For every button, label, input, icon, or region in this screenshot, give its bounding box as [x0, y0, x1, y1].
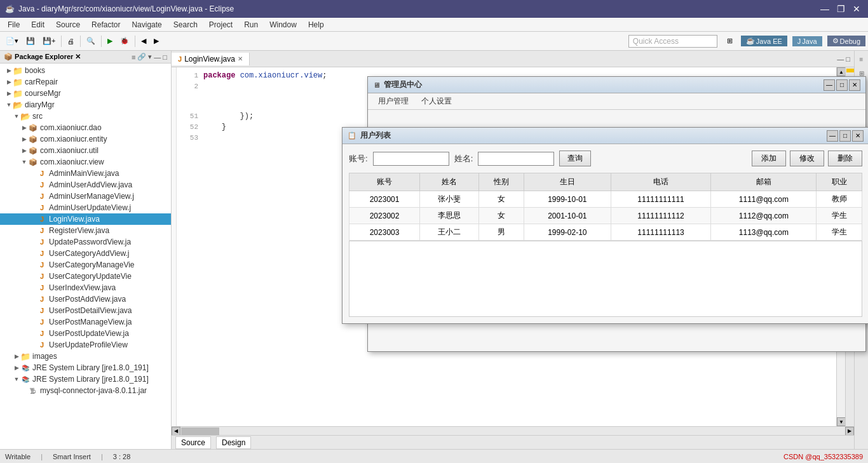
java-perspective[interactable]: J Java — [792, 36, 822, 46]
open-perspective-btn[interactable]: ⊞ — [724, 35, 736, 47]
menu-edit[interactable]: Edit — [26, 19, 50, 30]
account-search-input[interactable] — [373, 152, 449, 166]
toolbar-back-btn[interactable]: ◀ — [138, 35, 149, 47]
editor-hscrollbar[interactable]: ◀ ▶ — [172, 426, 854, 435]
tree-item-images[interactable]: ▶ 📁 images — [0, 351, 171, 362]
tree-item-userpostaddview[interactable]: J UserPostAddView.java — [0, 293, 171, 305]
tree-item-coursemgr[interactable]: ▶ 📁 courseMgr — [0, 88, 171, 99]
tree-item-usercategorymanageview[interactable]: J UserCategoryManageVie — [0, 259, 171, 271]
toolbar-debug-btn[interactable]: 🐞 — [117, 35, 132, 47]
menu-help[interactable]: Help — [303, 19, 329, 30]
toolbar-run-btn[interactable]: ▶ — [104, 35, 116, 47]
userlist-maximize-btn[interactable]: □ — [839, 130, 851, 142]
menu-window[interactable]: Window — [264, 19, 302, 30]
tree-item-registerview[interactable]: J RegisterView.java — [0, 225, 171, 236]
tree-item-usercategoryupdateview[interactable]: J UserCategoryUpdateVie — [0, 271, 171, 282]
java-icon-userupdateprofile: J — [37, 340, 47, 350]
tree-item-userpostupdateview[interactable]: J UserPostUpdateView.ja — [0, 328, 171, 339]
design-tab[interactable]: Design — [216, 436, 251, 449]
toolbar-new-btn[interactable]: 📄▾ — [3, 35, 22, 47]
admin-maximize-btn[interactable]: □ — [836, 79, 848, 91]
menu-file[interactable]: File — [3, 19, 25, 30]
toolbar-save-btn[interactable]: 💾 — [23, 35, 38, 47]
tree-item-diarymgr[interactable]: ▼ 📂 diaryMgr — [0, 99, 171, 111]
tree-item-userpostdetailview[interactable]: J UserPostDetailView.java — [0, 305, 171, 316]
tree-item-view[interactable]: ▼ 📦 com.xiaoniucr.view — [0, 156, 171, 168]
userlist-minimize-btn[interactable]: — — [827, 130, 838, 142]
tree-item-userindexview[interactable]: J UserIndexView.java — [0, 282, 171, 293]
menu-navigate[interactable]: Navigate — [126, 19, 166, 30]
tree-item-adminmainview[interactable]: J AdminMainView.java — [0, 168, 171, 179]
tree-item-adminuserupdateview[interactable]: J AdminUserUpdateView.j — [0, 202, 171, 213]
hscroll-thumb[interactable] — [181, 427, 219, 435]
panel-view-menu-btn[interactable]: ▾ — [148, 53, 152, 61]
tree-item-jre[interactable]: ▶ 📚 JRE System Library [jre1.8.0_191] — [0, 362, 171, 373]
table-row[interactable]: 2023002 李思思 女 2001-10-01 11111111112 111… — [349, 208, 862, 224]
tree-item-carrepair[interactable]: ▶ 📁 carRepair — [0, 76, 171, 88]
tree-item-adminusermanageview[interactable]: J AdminUserManageView.j — [0, 191, 171, 202]
link-editor-btn[interactable]: 🔗 — [137, 53, 146, 61]
tree-item-usercategoryaddview[interactable]: J UserCategoryAddView.j — [0, 248, 171, 259]
tree-item-util[interactable]: ▶ 📦 com.xiaoniucr.util — [0, 145, 171, 156]
delete-button[interactable]: 删除 — [828, 151, 862, 166]
admin-menu-personal[interactable]: 个人设置 — [416, 95, 457, 108]
scroll-down-btn[interactable]: ▼ — [837, 417, 846, 426]
menu-search[interactable]: Search — [168, 19, 203, 30]
tab-label: LoginView.java — [184, 55, 235, 64]
java-icon-adminusermanage: J — [37, 191, 47, 201]
tree-item-updatepasswordview[interactable]: J UpdatePasswordView.ja — [0, 236, 171, 248]
quick-access-input[interactable]: Quick Access — [628, 35, 717, 48]
toolbar-forward-btn[interactable]: ▶ — [151, 35, 162, 47]
userlist-close-btn[interactable]: ✕ — [852, 130, 864, 142]
name-label: 姓名: — [454, 153, 473, 164]
table-row[interactable]: 2023003 王小二 男 1999-02-10 11111111113 111… — [349, 224, 862, 241]
tree-item-adminuseraddview[interactable]: J AdminUserAddView.java — [0, 179, 171, 191]
tab-close-icon[interactable]: ✕ — [238, 55, 243, 62]
tree-item-userupdateprofileview[interactable]: J UserUpdateProfileView — [0, 339, 171, 351]
maximize-button[interactable]: ❐ — [834, 4, 848, 14]
hscroll-right-btn[interactable]: ▶ — [845, 427, 854, 436]
toolbar-save-all-btn[interactable]: 💾+ — [39, 35, 58, 47]
tree-item-dao[interactable]: ▶ 📦 com.xiaoniucr.dao — [0, 122, 171, 133]
admin-menu-usermgmt[interactable]: 用户管理 — [373, 95, 414, 108]
java-ee-icon: ☕ — [746, 37, 755, 45]
user-list-window: 📋 用户列表 — □ ✕ 账号: 姓名: 查询 添加 — [342, 127, 868, 324]
admin-minimize-btn[interactable]: — — [824, 79, 835, 91]
hscroll-left-btn[interactable]: ◀ — [172, 427, 180, 436]
menu-source[interactable]: Source — [51, 19, 85, 30]
tree-item-userpostmanageview[interactable]: J UserPostManageView.ja — [0, 316, 171, 328]
table-row[interactable]: 2023001 张小斐 女 1999-10-01 11111111111 111… — [349, 191, 862, 208]
scroll-up-btn[interactable]: ▲ — [837, 67, 846, 76]
sidebar-icon-1[interactable]: ≡ — [856, 53, 867, 65]
tree-item-src[interactable]: ▼ 📂 src — [0, 111, 171, 122]
java-ee-perspective[interactable]: ☕ Java EE — [741, 36, 787, 46]
debug-perspective[interactable]: ⚙ Debug — [827, 36, 865, 46]
editor-tab-loginview[interactable]: J LoginView.java ✕ — [172, 53, 250, 65]
tab-maximize-btn[interactable]: □ — [846, 55, 850, 63]
add-button[interactable]: 添加 — [752, 151, 786, 166]
tree-item-loginview[interactable]: J LoginView.java — [0, 213, 171, 225]
close-button[interactable]: ✕ — [850, 4, 863, 14]
source-tab[interactable]: Source — [175, 436, 211, 449]
panel-minimize-btn[interactable]: — — [154, 53, 161, 61]
toolbar-print-btn[interactable]: 🖨 — [64, 36, 78, 47]
tree-item-entity[interactable]: ▶ 📦 com.xiaoniucr.entity — [0, 133, 171, 145]
minimize-button[interactable]: — — [818, 4, 832, 14]
menu-refactor[interactable]: Refactor — [86, 19, 125, 30]
tree-item-reflibs[interactable]: ▼ 📚 JRE System Library [jre1.8.0_191] — [0, 373, 171, 385]
arrow-src: ▼ — [13, 113, 20, 119]
name-search-input[interactable] — [478, 152, 554, 166]
tab-minimize-btn[interactable]: — — [837, 55, 844, 63]
tree-item-mysqljar[interactable]: 🗜 mysql-connector-java-8.0.11.jar — [0, 385, 171, 396]
edit-button[interactable]: 修改 — [790, 151, 824, 166]
panel-maximize-btn[interactable]: □ — [163, 53, 167, 61]
java-icon-registerview: J — [37, 225, 47, 236]
toolbar-search-btn[interactable]: 🔍 — [83, 35, 98, 47]
app-icon: ☕ — [5, 4, 15, 13]
admin-close-btn[interactable]: ✕ — [849, 79, 860, 91]
tree-item-books[interactable]: ▶ 📁 books — [0, 65, 171, 76]
menu-run[interactable]: Run — [239, 19, 263, 30]
query-button[interactable]: 查询 — [559, 151, 591, 166]
collapse-all-btn[interactable]: ≡ — [132, 53, 135, 61]
menu-project[interactable]: Project — [204, 19, 238, 30]
